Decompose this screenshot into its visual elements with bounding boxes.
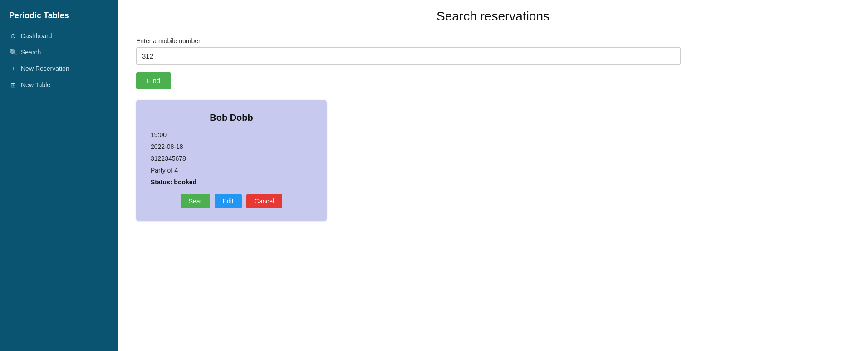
sidebar-item-label-new-table: New Table <box>21 81 50 89</box>
card-name: Bob Dobb <box>151 113 312 123</box>
page-title: Search reservations <box>136 9 850 24</box>
card-status: Status: booked <box>151 178 312 186</box>
plus-icon: + <box>9 65 17 72</box>
search-input[interactable] <box>136 47 681 65</box>
sidebar-item-dashboard[interactable]: ⊙ Dashboard <box>0 28 118 44</box>
dashboard-icon: ⊙ <box>9 32 17 40</box>
sidebar-item-search[interactable]: 🔍 Search <box>0 44 118 60</box>
card-phone: 3122345678 <box>151 155 312 162</box>
sidebar-item-label-new-reservation: New Reservation <box>21 65 69 72</box>
sidebar-title: Periodic Tables <box>0 7 118 28</box>
edit-button[interactable]: Edit <box>215 194 242 208</box>
seat-button[interactable]: Seat <box>181 194 210 208</box>
sidebar-item-new-reservation[interactable]: + New Reservation <box>0 60 118 77</box>
card-actions: Seat Edit Cancel <box>151 194 312 208</box>
sidebar-item-label-dashboard: Dashboard <box>21 32 52 40</box>
card-time: 19:00 <box>151 131 312 138</box>
mobile-label: Enter a mobile number <box>136 37 850 44</box>
cancel-button[interactable]: Cancel <box>246 194 283 208</box>
sidebar-item-new-table[interactable]: ⊞ New Table <box>0 77 118 93</box>
main-content: Search reservations Enter a mobile numbe… <box>118 0 868 351</box>
card-party: Party of 4 <box>151 167 312 174</box>
search-icon: 🔍 <box>9 49 17 56</box>
find-button[interactable]: Find <box>136 72 171 89</box>
sidebar: Periodic Tables ⊙ Dashboard 🔍 Search + N… <box>0 0 118 351</box>
card-date: 2022-08-18 <box>151 143 312 150</box>
reservation-card: Bob Dobb 19:00 2022-08-18 3122345678 Par… <box>136 100 327 221</box>
table-icon: ⊞ <box>9 81 17 89</box>
sidebar-item-label-search: Search <box>21 49 41 56</box>
